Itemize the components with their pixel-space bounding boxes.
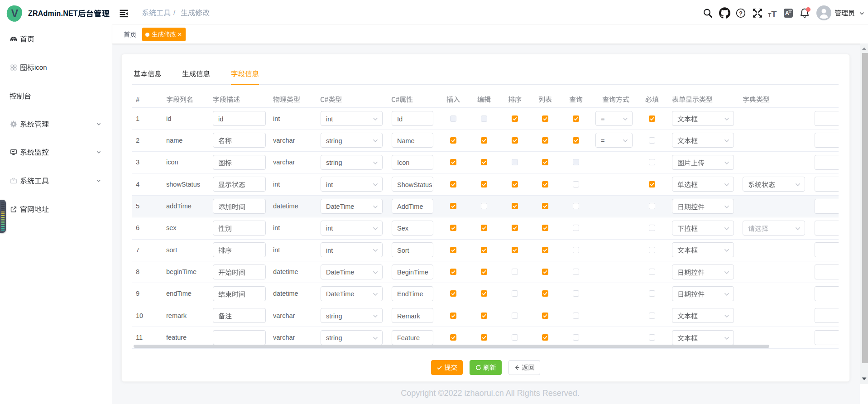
svg-text:V: V (11, 8, 19, 19)
svg-text:?: ? (739, 10, 743, 17)
